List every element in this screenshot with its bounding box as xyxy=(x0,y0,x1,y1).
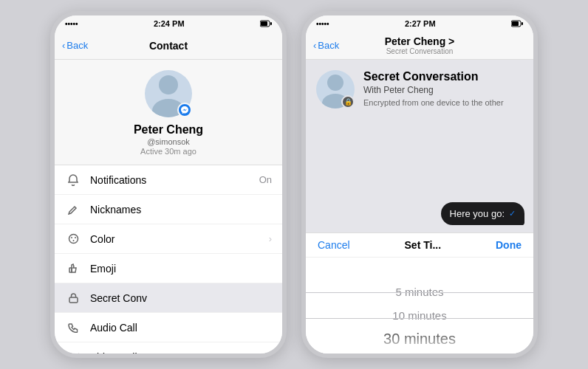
messenger-badge xyxy=(177,103,192,117)
svg-point-15 xyxy=(327,75,343,91)
battery-icon-2 xyxy=(511,20,523,27)
pencil-icon xyxy=(65,204,81,215)
menu-item-color[interactable]: Color › xyxy=(55,224,282,254)
svg-rect-10 xyxy=(69,297,78,303)
nav-bar-1: ‹ Back Contact xyxy=(55,32,282,60)
bubble-text: Here you go: xyxy=(450,208,505,219)
timer-done-button[interactable]: Done xyxy=(496,239,522,251)
color-chevron-icon: › xyxy=(269,233,272,244)
status-bar-1: ••••• 2:24 PM xyxy=(55,15,282,32)
profile-section: Peter Cheng @simonsok Active 30m ago xyxy=(55,60,282,165)
notifications-label: Notifications xyxy=(90,174,259,186)
menu-item-video-call[interactable]: Video Call xyxy=(55,342,282,354)
thumbsup-icon xyxy=(65,263,81,274)
timer-scroll[interactable]: 5 minutes 10 minutes 30 minutes 1 hour 6… xyxy=(306,258,533,354)
secret-desc-text: Encrypted from one device to the other xyxy=(363,97,523,108)
profile-username: @simonsok xyxy=(147,137,190,146)
time-display-1: 2:24 PM xyxy=(154,19,185,28)
signal-dots: ••••• xyxy=(65,20,78,28)
svg-point-5 xyxy=(69,235,78,244)
phone2-content: 🔒 Secret Conversation With Peter Cheng E… xyxy=(306,60,533,354)
back-button-2[interactable]: ‹ Back xyxy=(313,40,339,51)
timer-title-label: Set Ti... xyxy=(405,239,442,251)
signal-dots-2: ••••• xyxy=(316,20,329,28)
menu-item-secret-conv[interactable]: Secret Conv xyxy=(55,283,282,313)
menu-item-emoji[interactable]: Emoji xyxy=(55,254,282,283)
notifications-value: On xyxy=(259,174,272,185)
color-label: Color xyxy=(90,233,266,245)
chat-area: Here you go: ✓ xyxy=(306,119,533,232)
secret-with-text: With Peter Cheng xyxy=(363,85,523,95)
svg-rect-13 xyxy=(512,21,519,26)
secret-conv-label: Secret Conv xyxy=(90,292,272,304)
avatar-wrap xyxy=(145,70,192,117)
secret-conv-title: Secret Conversation xyxy=(363,70,523,83)
bubble-check-icon: ✓ xyxy=(509,209,516,218)
lock-icon xyxy=(65,292,81,303)
battery-icon-1 xyxy=(260,20,272,27)
nav-title-stack: Peter Cheng > Secret Conversation xyxy=(385,35,455,55)
back-label-2: Back xyxy=(318,40,339,51)
status-bar-2: ••••• 2:27 PM xyxy=(306,15,533,32)
menu-item-audio-call[interactable]: Audio Call xyxy=(55,313,282,342)
svg-rect-9 xyxy=(69,268,72,272)
time-display-2: 2:27 PM xyxy=(405,19,436,28)
chevron-left-icon-2: ‹ xyxy=(313,40,316,51)
menu-list: Notifications On Nicknames Color › Emoji xyxy=(55,165,282,354)
phone-2: ••••• 2:27 PM ‹ Back Peter Cheng > Secre… xyxy=(301,11,538,358)
phone-icon xyxy=(65,323,81,333)
menu-item-notifications[interactable]: Notifications On xyxy=(55,165,282,195)
svg-rect-2 xyxy=(270,22,272,25)
timer-option-1hour[interactable]: 1 hour xyxy=(306,351,533,354)
secret-info: Secret Conversation With Peter Cheng Enc… xyxy=(363,70,523,108)
nav-title-1: Contact xyxy=(149,40,188,52)
svg-point-7 xyxy=(75,237,76,238)
video-call-label: Video Call xyxy=(90,351,272,354)
profile-name: Peter Cheng xyxy=(134,123,203,137)
nav-subtitle-2: Secret Conversation xyxy=(386,47,454,55)
nav-bar-2: ‹ Back Peter Cheng > Secret Conversation xyxy=(306,32,533,60)
nicknames-label: Nicknames xyxy=(90,204,272,215)
svg-point-6 xyxy=(71,237,72,238)
svg-rect-14 xyxy=(522,22,523,25)
svg-point-8 xyxy=(72,240,74,241)
chevron-left-icon: ‹ xyxy=(62,40,65,51)
chat-bubble: Here you go: ✓ xyxy=(441,202,524,225)
svg-rect-1 xyxy=(261,21,267,26)
timer-option-5min[interactable]: 5 minutes xyxy=(306,280,533,303)
timer-items: 5 minutes 10 minutes 30 minutes 1 hour 6… xyxy=(306,258,533,354)
timer-option-30min[interactable]: 30 minutes xyxy=(306,327,533,351)
timer-cancel-button[interactable]: Cancel xyxy=(318,239,350,251)
back-button-1[interactable]: ‹ Back xyxy=(62,40,88,51)
video-icon xyxy=(65,353,81,354)
menu-item-nicknames[interactable]: Nicknames xyxy=(55,195,282,224)
emoji-label: Emoji xyxy=(90,263,272,275)
timer-picker: Cancel Set Ti... Done 5 minutes 10 minut… xyxy=(306,232,533,354)
secret-avatar-wrap: 🔒 xyxy=(316,70,355,108)
timer-actions: Cancel Set Ti... Done xyxy=(306,233,533,258)
secret-header-card: 🔒 Secret Conversation With Peter Cheng E… xyxy=(306,60,533,119)
phone-1: ••••• 2:24 PM ‹ Back Contact Peter Cheng xyxy=(50,11,287,358)
audio-call-label: Audio Call xyxy=(90,322,272,334)
svg-point-3 xyxy=(159,75,178,94)
palette-icon xyxy=(65,233,81,244)
timer-option-10min[interactable]: 10 minutes xyxy=(306,303,533,327)
back-label-1: Back xyxy=(66,40,88,51)
nav-title-2: Peter Cheng > xyxy=(385,35,455,47)
bell-icon xyxy=(65,174,81,186)
secret-lock-badge-icon: 🔒 xyxy=(341,95,355,108)
profile-status: Active 30m ago xyxy=(140,147,196,156)
